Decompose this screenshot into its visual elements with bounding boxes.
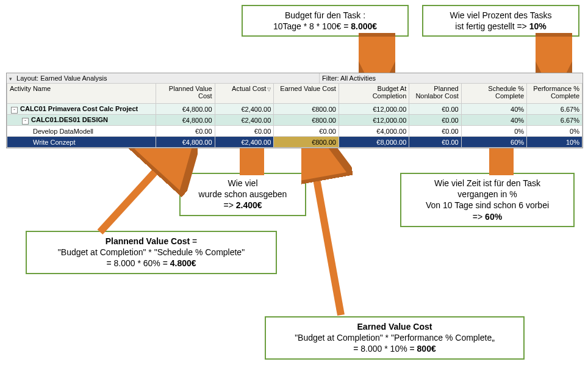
cell-activity-name[interactable]: -CALC01 Primavera Cost Calc Project bbox=[7, 104, 156, 115]
cell-nonlabor[interactable]: €0.00 bbox=[409, 126, 461, 137]
row-code: CALC01.DES01 bbox=[31, 116, 81, 123]
tree-collapse-icon[interactable]: - bbox=[22, 118, 29, 125]
cell-actual[interactable]: €2,400.00 bbox=[215, 115, 274, 126]
cell-activity-name[interactable]: -CALC01.DES01 DESIGN bbox=[7, 115, 156, 126]
row-code: CALC01 bbox=[20, 105, 46, 112]
cell-nonlabor[interactable]: €0.00 bbox=[409, 137, 461, 148]
callout-bold: Earned Value Cost bbox=[357, 322, 432, 332]
cell-nonlabor[interactable]: €0.00 bbox=[409, 104, 461, 115]
filter-label: Filter: All Activities bbox=[322, 74, 376, 82]
cell-activity-name[interactable]: Develop DataModell bbox=[7, 126, 156, 137]
cell-activity-name[interactable]: Write Conzept bbox=[7, 137, 156, 148]
cell-sched-pct[interactable]: 40% bbox=[461, 115, 526, 126]
filter-selector[interactable]: Filter: All Activities bbox=[320, 73, 583, 83]
cell-ev[interactable]: €0.00 bbox=[274, 126, 339, 137]
cell-perf-pct[interactable]: 6.67% bbox=[527, 104, 583, 115]
cell-nonlabor[interactable]: €0.00 bbox=[409, 115, 461, 126]
callout-text: Von 10 Tage sind schon 6 vorbei bbox=[426, 200, 549, 210]
col-header-pv-cost[interactable]: Planned Value Cost bbox=[156, 84, 215, 104]
table-row[interactable]: Develop DataModell€0.00€0.00€0.00€4,000.… bbox=[7, 126, 583, 137]
cell-perf-pct[interactable]: 10% bbox=[527, 137, 583, 148]
callout-bold: 8.000€ bbox=[351, 21, 377, 31]
callout-bold: 2.400€ bbox=[236, 200, 262, 210]
callout-text: "Budget at Completion" * "Schedule % Com… bbox=[58, 247, 245, 257]
callout-text: 10Tage * 8 * 100€ = bbox=[273, 21, 351, 31]
svg-line-9 bbox=[100, 145, 179, 232]
cell-ev[interactable]: €800.00 bbox=[274, 137, 339, 148]
chevron-down-icon: ▾ bbox=[9, 76, 12, 82]
cell-ev[interactable]: €800.00 bbox=[274, 104, 339, 115]
row-label: Develop DataModell bbox=[33, 128, 93, 135]
callout-time-elapsed: Wie viel Zeit ist für den Task vergangen… bbox=[400, 173, 575, 227]
callout-text: "Budget at Completion" * "Performance % … bbox=[295, 333, 495, 343]
callout-bold: 10% bbox=[529, 21, 547, 31]
cell-pv[interactable]: €4,800.00 bbox=[156, 137, 215, 148]
activity-grid[interactable]: Activity Name Planned Value Cost Actual … bbox=[7, 83, 583, 148]
col-header-activity-name[interactable]: Activity Name bbox=[7, 84, 156, 104]
svg-line-11 bbox=[310, 145, 341, 315]
table-row[interactable]: -CALC01.DES01 DESIGN€4,800.00€2,400.00€8… bbox=[7, 115, 583, 126]
cell-pv[interactable]: €4,800.00 bbox=[156, 115, 215, 126]
cell-actual[interactable]: €2,400.00 bbox=[215, 104, 274, 115]
cell-sched-pct[interactable]: 0% bbox=[461, 126, 526, 137]
col-header-sched-pct[interactable]: Schedule % Complete bbox=[461, 84, 526, 104]
filter-bar: ▾ Layout: Earned Value Analysis Filter: … bbox=[7, 73, 583, 83]
callout-text: Wie viel Prozent des Tasks bbox=[450, 10, 551, 20]
cell-actual[interactable]: €0.00 bbox=[215, 126, 274, 137]
callout-budget-task: Budget für den Task : 10Tage * 8 * 100€ … bbox=[242, 5, 409, 37]
table-row[interactable]: Write Conzept€4,800.00€2,400.00€800.00€8… bbox=[7, 137, 583, 148]
row-label: Write Conzept bbox=[33, 139, 76, 146]
col-header-perf-pct[interactable]: Performance % Complete bbox=[527, 84, 583, 104]
cell-bac[interactable]: €12,000.00 bbox=[339, 104, 409, 115]
cell-perf-pct[interactable]: 6.67% bbox=[527, 115, 583, 126]
callout-text: Budget für den Task : bbox=[285, 10, 365, 20]
arrow-pv-to-cell bbox=[88, 139, 198, 237]
row-label: Primavera Cost Calc Project bbox=[46, 105, 138, 112]
callout-text: => bbox=[473, 212, 485, 222]
table-row[interactable]: -CALC01 Primavera Cost Calc Project€4,80… bbox=[7, 104, 583, 115]
callout-text: => bbox=[223, 200, 235, 210]
cell-actual[interactable]: €2,400.00 bbox=[215, 137, 274, 148]
callout-text: Wie viel bbox=[228, 178, 257, 188]
row-label: DESIGN bbox=[81, 116, 108, 123]
callout-bold: 60% bbox=[485, 212, 502, 222]
arrow-budget-to-bac bbox=[359, 33, 395, 79]
cell-perf-pct[interactable]: 0% bbox=[527, 126, 583, 137]
activity-table-panel: ▾ Layout: Earned Value Analysis Filter: … bbox=[6, 73, 583, 148]
arrow-percent-to-perf bbox=[536, 33, 572, 79]
cell-bac[interactable]: €8,000.00 bbox=[339, 137, 409, 148]
layout-label: Layout: Earned Value Analysis bbox=[16, 74, 107, 82]
cell-sched-pct[interactable]: 60% bbox=[461, 137, 526, 148]
callout-text: = bbox=[190, 236, 197, 246]
layout-selector[interactable]: ▾ Layout: Earned Value Analysis bbox=[7, 73, 320, 83]
callout-text: vergangen in % bbox=[457, 189, 517, 199]
callout-text: wurde schon ausgeben bbox=[199, 189, 287, 199]
callout-bold: 4.800€ bbox=[170, 258, 196, 268]
col-header-actual-cost[interactable]: Actual Cost▽ bbox=[215, 84, 274, 104]
callout-spent: Wie viel wurde schon ausgeben => 2.400€ bbox=[179, 173, 306, 216]
cell-bac[interactable]: €4,000.00 bbox=[339, 126, 409, 137]
arrow-ev-to-cell bbox=[301, 139, 362, 319]
callout-text: ist fertig gestellt => bbox=[455, 21, 529, 31]
cell-sched-pct[interactable]: 40% bbox=[461, 104, 526, 115]
callout-text: Wie viel Zeit ist für den Task bbox=[434, 178, 540, 188]
callout-ev-cost: Earned Value Cost "Budget at Completion"… bbox=[265, 316, 525, 360]
cell-pv[interactable]: €4,800.00 bbox=[156, 104, 215, 115]
col-header-ev-cost[interactable]: Earned Value Cost bbox=[274, 84, 339, 104]
callout-bold: 800€ bbox=[417, 344, 436, 354]
callout-text: = 8.000 * 60% = bbox=[106, 258, 170, 268]
callout-percent-done: Wie viel Prozent des Tasks ist fertig ge… bbox=[422, 5, 579, 37]
cell-ev[interactable]: €800.00 bbox=[274, 115, 339, 126]
callout-text: = 8.000 * 10% = bbox=[353, 344, 417, 354]
cell-pv[interactable]: €0.00 bbox=[156, 126, 215, 137]
col-header-nonlabor[interactable]: Planned Nonlabor Cost bbox=[409, 84, 461, 104]
tree-collapse-icon[interactable]: - bbox=[11, 107, 18, 114]
callout-pv-cost: Plannend Value Cost = "Budget at Complet… bbox=[26, 231, 277, 274]
col-header-bac[interactable]: Budget At Completion bbox=[339, 84, 409, 104]
cell-bac[interactable]: €12,000.00 bbox=[339, 115, 409, 126]
sort-indicator-icon: ▽ bbox=[267, 87, 271, 92]
callout-bold: Plannend Value Cost bbox=[106, 236, 190, 246]
